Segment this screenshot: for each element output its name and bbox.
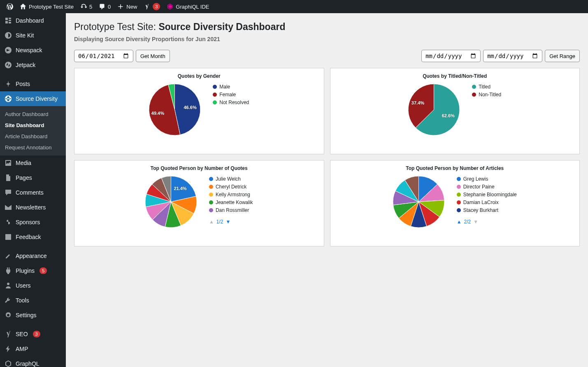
dollar-icon [4,218,12,226]
submenu-item-article-dashboard[interactable]: Article Dashboard [0,131,66,142]
get-month-button[interactable]: Get Month [136,50,170,62]
swatch [457,200,461,204]
yoast-icon [144,3,150,10]
sidebar-item-appearance[interactable]: Appearance [0,249,66,263]
feedback-icon [4,233,12,241]
admin-sidebar: DashboardSite KitNewspackJetpack PostsSo… [0,13,66,367]
plug-icon [4,267,12,275]
comment-icon [99,3,105,10]
legend-item: Damian LaCroix [457,200,517,205]
get-range-button[interactable]: Get Range [545,50,580,62]
yoast-link[interactable]: 3 [140,0,163,13]
wp-logo-icon[interactable] [3,0,16,13]
legend: Greg LewisDirector PaineStephanie Bloomi… [457,176,517,228]
graphql-icon [167,3,173,10]
sidebar-item-amp[interactable]: AMP [0,341,66,356]
comments-link[interactable]: 0 [95,0,114,13]
chart-title: Top Quoted Person by Number of Quotes [119,165,279,171]
swatch [472,85,476,89]
chart-panel-3: Top Quoted Person by Number of ArticlesG… [330,160,580,246]
pager-prev-icon[interactable]: ▲ [457,219,462,225]
swatch [209,200,213,204]
swatch [472,93,476,97]
site-name-link[interactable]: Prototype Test Site [16,0,77,13]
new-content-link[interactable]: New [114,0,140,13]
legend-item: Not Resolved [213,100,249,105]
legend-item: Stacey Burkhart [457,207,517,213]
range-start-picker[interactable] [421,50,481,62]
filter-controls: Get Month Get Range [74,50,580,62]
pager-prev-icon: ▲ [209,219,214,225]
sidebar-item-sponsors[interactable]: Sponsors [0,215,66,230]
legend-item: Julie Welch [209,176,253,182]
user-icon [4,281,12,290]
plus-icon [117,3,124,10]
admin-toolbar: Prototype Test Site 5 0 New 3 GraphiQL I… [0,0,588,13]
count-badge: 3 [33,331,40,337]
newspack-icon [4,46,12,54]
legend-item: Director Paine [457,184,517,190]
sidebar-item-source-diversity[interactable]: Source Diversity [0,91,66,106]
swatch [457,177,461,181]
count-badge: 5 [40,267,47,274]
pager-next-icon[interactable]: ▼ [225,219,230,225]
sidebar-item-newsletters[interactable]: Newsletters [0,200,66,215]
range-end-picker[interactable] [483,50,542,62]
chart-panel-0: Quotes by Gender46.6%49.4%MaleFemaleNot … [74,68,324,154]
swatch [457,208,461,212]
swatch [209,185,213,189]
chart-title: Quotes by Titled/Non-Titled [374,73,535,79]
swatch [209,208,213,212]
graphiql-link[interactable]: GraphiQL IDE [163,0,212,13]
legend-item: Cheryl Detrick [209,184,253,190]
swatch [457,185,461,189]
page-title: Prototype Test Site: Source Diversity Da… [74,21,580,33]
yoast-icon [4,330,12,338]
sidebar-item-settings[interactable]: Settings [0,308,66,323]
sidebar-item-tools[interactable]: Tools [0,293,66,308]
sidebar-item-dashboard[interactable]: Dashboard [0,13,66,28]
page-icon [4,174,12,182]
sidebar-item-site-kit[interactable]: Site Kit [0,28,66,43]
media-icon [4,159,12,167]
content: Prototype Test Site: Source Diversity Da… [66,13,588,367]
legend-pager: ▲1/2▼ [209,219,253,225]
yoast-badge: 3 [153,3,160,10]
submenu-item-site-dashboard[interactable]: Site Dashboard [0,120,66,131]
sitekit-icon [4,31,12,39]
pie-chart: 21.4% [145,176,197,228]
swatch [209,193,213,197]
legend-item: Female [213,92,249,98]
month-picker[interactable] [74,50,133,62]
sidebar-item-users[interactable]: Users [0,278,66,293]
sidebar-item-jetpack[interactable]: Jetpack [0,58,66,72]
charts-grid: Quotes by Gender46.6%49.4%MaleFemaleNot … [74,68,580,246]
sidebar-item-comments[interactable]: Comments [0,185,66,200]
chart-title: Top Quoted Person by Number of Articles [374,165,535,171]
sidebar-item-newspack[interactable]: Newspack [0,43,66,58]
jetpack-icon [4,61,12,69]
legend-item: Greg Lewis [457,176,517,182]
legend-item: Titled [472,84,501,90]
pager-next-icon: ▼ [473,219,478,225]
chart-panel-1: Quotes by Titled/Non-Titled62.6%37.4%Tit… [330,68,580,154]
sidebar-item-posts[interactable]: Posts [0,77,66,91]
submenu-item-request-annotation[interactable]: Request Annotation [0,142,66,153]
swatch [213,100,217,105]
sidebar-item-plugins[interactable]: Plugins5 [0,263,66,278]
sidebar-item-feedback[interactable]: Feedback [0,230,66,244]
bolt-icon [4,345,12,353]
legend-item: Dan Rossmiller [209,207,253,213]
sidebar-item-graphql[interactable]: GraphQL [0,356,66,367]
legend: TitledNon-Titled [472,84,501,135]
sidebar-item-media[interactable]: Media [0,156,66,170]
submenu: Author DashboardSite DashboardArticle Da… [0,106,66,156]
legend: MaleFemaleNot Resolved [213,84,249,135]
sidebar-item-pages[interactable]: Pages [0,170,66,185]
swatch [213,93,217,97]
submenu-item-author-dashboard[interactable]: Author Dashboard [0,109,66,120]
updates-link[interactable]: 5 [77,0,95,13]
legend-item: Stephanie Bloomingdale [457,192,517,197]
pin-icon [4,80,12,88]
sidebar-item-seo[interactable]: SEO3 [0,327,66,341]
